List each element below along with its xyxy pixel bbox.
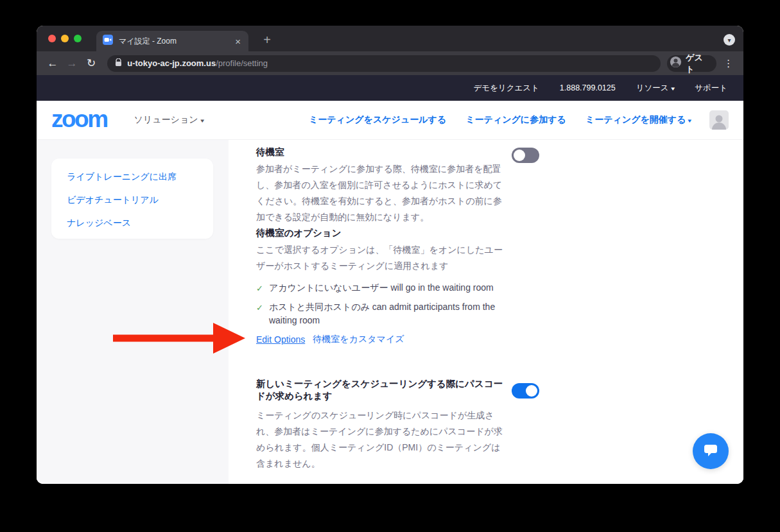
waiting-room-options-title: 待機室のオプション: [256, 227, 342, 239]
header-nav: ミーティングをスケジュールする ミーティングに参加する ミーティングを開催する▾: [290, 110, 729, 130]
settings-main: 待機室 参加者がミーティングに参加する際、待機室に参加者を配置し、参加者の入室を…: [229, 140, 743, 484]
chevron-down-icon: ▾: [688, 117, 692, 124]
site-header: zoom ソリューション▾ ミーティングをスケジュールする ミーティングに参加す…: [37, 101, 743, 140]
zoom-window-button[interactable]: [74, 35, 82, 42]
request-demo-link[interactable]: デモをリクエスト: [473, 83, 539, 94]
new-tab-button[interactable]: +: [258, 31, 276, 49]
waiting-room-options-description: ここで選択するオプションは、「待機室」をオンにしたユーザーがホストするミーティン…: [256, 242, 509, 274]
browser-menu-icon[interactable]: ⋮: [722, 56, 736, 71]
waiting-room-description: 参加者がミーティングに参加する際、待機室に参加者を配置し、参加者の入室を個別に許…: [256, 161, 509, 225]
url-path: /profile/setting: [216, 58, 268, 68]
schedule-meeting-link[interactable]: ミーティングをスケジュールする: [309, 114, 446, 126]
browser-toolbar: ← → ↻ u-tokyo-ac-jp.zoom.us/profile/sett…: [37, 51, 743, 75]
minimize-window-button[interactable]: [61, 35, 69, 42]
sidebar-link-video-tutorials[interactable]: ビデオチュートリアル: [67, 194, 213, 206]
page-content: ライブトレーニングに出席 ビデオチュートリアル ナレッジベース 待機室 参加者が…: [37, 140, 743, 484]
zoom-logo[interactable]: zoom: [51, 107, 107, 131]
close-window-button[interactable]: [48, 35, 56, 42]
reload-icon[interactable]: ↻: [83, 55, 100, 73]
lock-icon: [115, 58, 122, 69]
guest-avatar-icon: [670, 56, 682, 71]
toggle-knob: [526, 385, 537, 397]
url-domain: u-tokyo-ac-jp.zoom.us: [127, 58, 216, 68]
join-meeting-link[interactable]: ミーティングに参加する: [465, 114, 566, 126]
edit-options-link[interactable]: Edit Options: [256, 334, 305, 345]
red-annotation-arrow: [113, 322, 245, 355]
guest-label: ゲスト: [686, 52, 708, 75]
waiting-room-toggle[interactable]: [512, 148, 539, 163]
tab-strip: マイ設定 - Zoom × + ▾: [37, 26, 743, 51]
sidebar-link-live-training[interactable]: ライブトレーニングに出席: [67, 171, 213, 183]
tab-title: マイ設定 - Zoom: [119, 36, 234, 47]
option-item: ✓ アカウントにいないユーザー will go in the waiting r…: [256, 281, 519, 295]
sidebar-card: ライブトレーニングに出席 ビデオチュートリアル ナレッジベース: [51, 159, 213, 239]
url-text: u-tokyo-ac-jp.zoom.us/profile/setting: [127, 58, 268, 68]
back-icon[interactable]: ←: [44, 55, 61, 73]
top-navy-bar: デモをリクエスト 1.888.799.0125 リソース▾ サポート: [37, 75, 743, 101]
zoom-favicon: [103, 35, 113, 47]
option-item-text: アカウントにいないユーザー will go in the waiting roo…: [269, 281, 494, 295]
passcode-description: ミーティングのスケジューリング時にパスコードが生成され、参加者はミーテイングに参…: [256, 408, 509, 472]
sidebar-link-knowledge-base[interactable]: ナレッジベース: [67, 218, 213, 229]
customize-waiting-room-link[interactable]: 待機室をカスタマイズ: [313, 334, 404, 345]
chat-bubble-icon: [702, 442, 719, 460]
phone-number: 1.888.799.0125: [560, 83, 616, 92]
sidebar: ライブトレーニングに出席 ビデオチュートリアル ナレッジベース: [37, 140, 229, 484]
option-item: ✓ ホストと共同ホストのみ can admit participants fro…: [256, 300, 505, 327]
toggle-knob: [514, 150, 525, 161]
chevron-down-icon: ▾: [671, 85, 675, 92]
profile-avatar[interactable]: [709, 110, 729, 130]
forward-icon[interactable]: →: [64, 55, 80, 73]
check-icon: ✓: [256, 282, 263, 295]
options-links-row: Edit Options 待機室をカスタマイズ: [256, 334, 404, 345]
host-meeting-menu[interactable]: ミーティングを開催する▾: [585, 114, 691, 126]
browser-tab[interactable]: マイ設定 - Zoom ×: [96, 31, 248, 51]
passcode-title: 新しいミーティングをスケジューリングする際にパスコードが求められます: [256, 378, 509, 402]
support-link[interactable]: サポート: [695, 83, 727, 94]
address-bar[interactable]: u-tokyo-ac-jp.zoom.us/profile/setting: [107, 55, 661, 72]
profile-chip[interactable]: ゲスト: [667, 55, 716, 72]
passcode-toggle[interactable]: [512, 383, 539, 399]
option-item-text: ホストと共同ホストのみ can admit participants from …: [269, 300, 505, 327]
window-controls: [48, 35, 82, 42]
chevron-down-icon: ▾: [200, 117, 204, 124]
tab-search-icon[interactable]: ▾: [724, 34, 735, 46]
chat-fab-button[interactable]: [693, 433, 729, 469]
resources-menu[interactable]: リソース▾: [636, 83, 674, 94]
waiting-room-title: 待機室: [256, 146, 284, 159]
browser-window: マイ設定 - Zoom × + ▾ ← → ↻ u-tokyo-ac-jp.zo…: [37, 26, 743, 484]
tab-close-icon[interactable]: ×: [234, 36, 242, 47]
check-icon: ✓: [256, 301, 263, 314]
solutions-menu[interactable]: ソリューション▾: [134, 114, 204, 126]
